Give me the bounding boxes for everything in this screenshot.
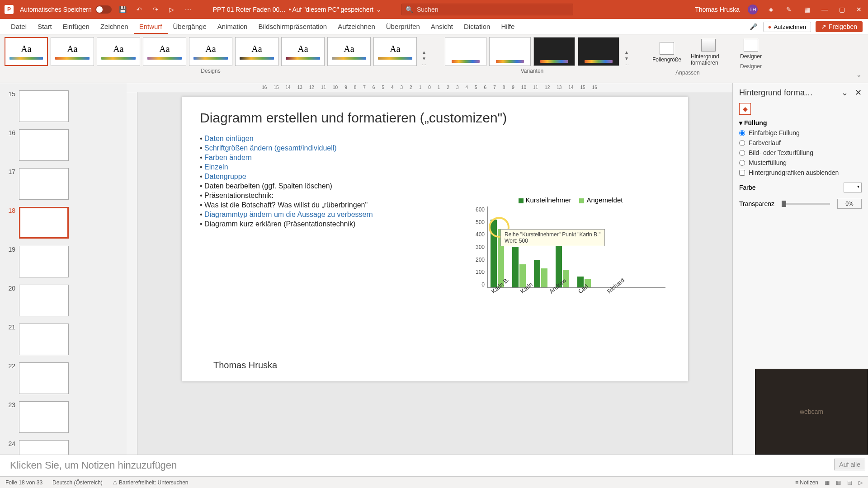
designer-button[interactable]: Designer <box>731 37 770 61</box>
variant-3[interactable] <box>578 37 619 66</box>
notes-toggle[interactable]: ≡ Notizen <box>795 479 818 486</box>
slide-editor[interactable]: Diagramm erstellen und formatieren („cus… <box>137 92 732 455</box>
more-icon[interactable]: ⋯ <box>183 5 193 14</box>
slide-counter[interactable]: Folie 18 von 33 <box>5 479 42 486</box>
user-avatar[interactable]: TH <box>748 5 758 14</box>
variant-0[interactable] <box>445 37 486 66</box>
design-theme-2[interactable]: Aa <box>97 37 140 66</box>
autosave-toggle[interactable]: Automatisches Speichern <box>20 5 112 14</box>
format-background-button[interactable]: Hintergrund formatieren <box>689 37 728 68</box>
tab-ansicht[interactable]: Ansicht <box>425 20 458 34</box>
paint-bucket-icon[interactable]: ◆ <box>739 103 751 115</box>
tab-überprüfen[interactable]: Überprüfen <box>381 20 425 34</box>
slide-thumb-18[interactable]: 18 <box>2 203 125 242</box>
variant-2[interactable] <box>533 37 575 66</box>
work-area: 15161718192021222324 1615141312111098765… <box>0 83 868 455</box>
pane-close-icon[interactable]: ✕ <box>855 88 862 97</box>
slide-thumbnails-panel[interactable]: 15161718192021222324 <box>0 83 127 455</box>
search-box[interactable]: 🔍 Suchen <box>401 4 573 15</box>
variant-1[interactable] <box>489 37 531 66</box>
design-theme-8[interactable]: Aa <box>373 37 417 66</box>
close-button[interactable]: ✕ <box>854 5 863 14</box>
pen-icon[interactable]: ✎ <box>784 5 794 14</box>
slide-thumb-15[interactable]: 15 <box>2 87 125 126</box>
slide-thumb-16[interactable]: 16 <box>2 126 125 164</box>
tab-aufzeichnen[interactable]: Aufzeichnen <box>332 20 381 34</box>
undo-icon[interactable]: ↶ <box>134 5 144 14</box>
search-icon: 🔍 <box>406 6 413 13</box>
mic-icon[interactable]: 🎤 <box>749 22 759 32</box>
slide-size-button[interactable]: Foliengröße <box>647 37 686 68</box>
maximize-button[interactable]: ▢ <box>837 5 846 14</box>
design-theme-6[interactable]: Aa <box>281 37 325 66</box>
slide-author[interactable]: Thomas Hruska <box>213 360 277 371</box>
calendar-icon[interactable]: ▦ <box>802 5 812 14</box>
accessibility-check[interactable]: ⚠ Barrierefreiheit: Untersuchen <box>113 479 189 486</box>
tab-übergänge[interactable]: Übergänge <box>168 20 212 34</box>
ribbon-body: AaAaAaAaAaAaAaAaAa Designs ▲▼⋯ Varianten… <box>0 34 868 83</box>
tab-bildschirmpräsentation[interactable]: Bildschirmpräsentation <box>253 20 332 34</box>
tab-dictation[interactable]: Dictation <box>458 20 495 34</box>
design-theme-5[interactable]: Aa <box>235 37 278 66</box>
design-theme-7[interactable]: Aa <box>327 37 371 66</box>
color-label: Farbe <box>739 184 756 191</box>
present-icon[interactable]: ▷ <box>167 5 177 14</box>
redo-icon[interactable]: ↷ <box>151 5 160 14</box>
picture-fill-radio[interactable]: Bild- oder Texturfüllung <box>739 149 862 156</box>
minimize-button[interactable]: — <box>820 5 829 14</box>
tab-einfügen[interactable]: Einfügen <box>57 20 95 34</box>
slideshow-view-icon[interactable]: ▷ <box>859 479 863 486</box>
chart-object[interactable]: Kursteilnehmer Angemeldet 60050040030020… <box>476 196 665 323</box>
variants-more-button[interactable]: ▲▼⋯ <box>623 37 631 80</box>
tab-animation[interactable]: Animation <box>212 20 253 34</box>
tab-datei[interactable]: Datei <box>5 20 32 34</box>
save-icon[interactable]: 💾 <box>118 5 128 14</box>
chevron-down-icon[interactable]: ⌄ <box>376 6 382 13</box>
slide-thumb-22[interactable]: 22 <box>2 359 125 398</box>
language-indicator[interactable]: Deutsch (Österreich) <box>52 479 103 486</box>
pane-title: Hintergrund forma… <box>739 88 813 98</box>
tab-hilfe[interactable]: Hilfe <box>495 20 520 34</box>
legend-series-1: Kursteilnehmer <box>519 196 571 204</box>
notes-pane[interactable]: Klicken Sie, um Notizen hinzuzufügen Auf… <box>0 455 868 476</box>
color-picker-button[interactable] <box>844 183 862 192</box>
bar-Andrew-Angemeldet[interactable] <box>541 268 547 287</box>
pattern-fill-radio[interactable]: Musterfüllung <box>739 159 862 166</box>
slide-thumb-23[interactable]: 23 <box>2 398 125 436</box>
share-button[interactable]: ↗Freigeben <box>816 21 863 32</box>
transparency-label: Transparenz <box>739 200 774 207</box>
gradient-fill-radio[interactable]: Farbverlauf <box>739 139 862 146</box>
reading-view-icon[interactable]: ▤ <box>847 479 852 486</box>
slide-title[interactable]: Diagramm erstellen und formatieren („cus… <box>200 110 670 126</box>
diamond-icon[interactable]: ◈ <box>766 5 776 14</box>
tab-start[interactable]: Start <box>32 20 57 34</box>
slide-thumb-20[interactable]: 20 <box>2 281 125 320</box>
slide-canvas[interactable]: Diagramm erstellen und formatieren („cus… <box>182 97 688 381</box>
pane-collapse-icon[interactable]: ⌄ <box>841 88 848 97</box>
slide-thumb-21[interactable]: 21 <box>2 320 125 359</box>
fill-section-header[interactable]: ▾ Füllung <box>739 119 862 127</box>
bar-Karin-Kursteilnehmer[interactable] <box>512 247 519 287</box>
designs-more-button[interactable]: ▲▼⋯ <box>420 37 429 80</box>
normal-view-icon[interactable]: ▦ <box>825 479 830 486</box>
chart-tooltip: Reihe "Kursteilnehmer" Punkt "Karin B." … <box>500 229 604 246</box>
hide-bg-graphics-checkbox[interactable]: Hintergrundgrafiken ausblenden <box>739 169 862 176</box>
sorter-view-icon[interactable]: ▦ <box>836 479 841 486</box>
record-button[interactable]: ●Aufzeichnen <box>763 22 811 32</box>
slide-thumb-19[interactable]: 19 <box>2 242 125 281</box>
apply-all-button[interactable]: Auf alle <box>834 459 865 470</box>
slide-thumb-17[interactable]: 17 <box>2 164 125 203</box>
transparency-value[interactable]: 0% <box>837 199 862 209</box>
bar-Karin B.-Kursteilnehmer[interactable] <box>491 220 497 287</box>
transparency-slider[interactable] <box>782 203 830 205</box>
solid-fill-radio[interactable]: Einfarbige Füllung <box>739 129 862 136</box>
design-theme-3[interactable]: Aa <box>143 37 186 66</box>
design-theme-1[interactable]: Aa <box>51 37 94 66</box>
slide-thumb-24[interactable]: 24 <box>2 436 125 455</box>
design-theme-4[interactable]: Aa <box>189 37 232 66</box>
design-theme-0[interactable]: Aa <box>5 37 48 66</box>
tab-entwurf[interactable]: Entwurf <box>134 20 168 34</box>
toggle-switch[interactable] <box>95 5 112 14</box>
tab-zeichnen[interactable]: Zeichnen <box>95 20 134 34</box>
collapse-ribbon-icon[interactable]: ⌄ <box>854 69 863 80</box>
